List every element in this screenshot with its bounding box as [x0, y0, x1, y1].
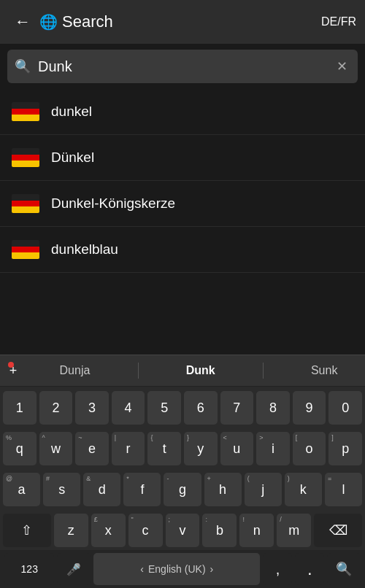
zxcv-row: ⇧ z £x "c ;v :b !n /m ⌫	[0, 509, 365, 550]
search-keyboard-key[interactable]: 🔍	[327, 553, 361, 585]
flag-de	[12, 194, 39, 213]
suggestion-word[interactable]: Dunja	[53, 361, 98, 380]
key-j[interactable]: (j	[245, 473, 282, 506]
list-item[interactable]: dunkel	[0, 89, 365, 135]
language-switch[interactable]: DE/FR	[321, 15, 356, 28]
key-4[interactable]: 4	[112, 391, 145, 425]
key-6[interactable]: 6	[184, 391, 218, 425]
key-k[interactable]: )k	[285, 473, 322, 506]
clear-icon[interactable]: ✕	[334, 55, 350, 77]
result-text: dunkelblau	[51, 241, 118, 258]
mic-icon: 🎤	[66, 562, 81, 576]
comma-key[interactable]: ,	[263, 553, 292, 585]
suggestion-word[interactable]: Sunk	[304, 361, 345, 380]
list-item[interactable]: Dünkel	[0, 135, 365, 181]
key-3[interactable]: 3	[75, 391, 109, 425]
search-kb-icon: 🔍	[336, 561, 352, 577]
key-l[interactable]: =l	[325, 473, 362, 506]
key-i[interactable]: >i	[256, 432, 290, 465]
globe-icon: 🌐	[39, 13, 58, 31]
search-input[interactable]	[38, 58, 334, 75]
key-e[interactable]: ~e	[75, 432, 109, 465]
shift-key[interactable]: ⇧	[3, 514, 51, 547]
suggestions-bar: + Dunja Dunk Sunk	[0, 355, 365, 387]
bottom-bar: 123 🎤 ‹ English (UK) › , . 🔍	[0, 550, 365, 588]
key-2[interactable]: 2	[39, 391, 73, 425]
key-7[interactable]: 7	[220, 391, 254, 425]
key-r[interactable]: |r	[112, 432, 145, 465]
key-m[interactable]: /m	[277, 514, 311, 547]
key-h[interactable]: +h	[204, 473, 242, 506]
header: ← 🌐 Search DE/FR	[0, 0, 365, 44]
key-x[interactable]: £x	[91, 514, 126, 547]
result-text: Dunkel-Königskerze	[51, 196, 175, 212]
key-y[interactable]: }y	[184, 432, 218, 465]
space-key[interactable]: ‹ English (UK) ›	[93, 553, 260, 585]
key-q[interactable]: %q	[3, 432, 36, 465]
results-list: dunkel Dünkel Dunkel-Königskerze dunkelb…	[0, 89, 365, 273]
key-o[interactable]: [o	[293, 432, 326, 465]
period-key[interactable]: .	[295, 553, 324, 585]
search-icon: 🔍	[15, 58, 31, 74]
number-row: 1 2 3 4 5 6 7 8 9 0	[0, 387, 365, 428]
key-9[interactable]: 9	[293, 391, 326, 425]
key-n[interactable]: !n	[239, 514, 274, 547]
list-item[interactable]: dunkelblau	[0, 227, 365, 273]
mic-key[interactable]: 🎤	[57, 553, 91, 585]
space-right-arrow: ›	[210, 563, 214, 575]
divider	[138, 363, 139, 379]
divider	[263, 363, 264, 379]
asdf-row: @a #s &d *f -g +h (j )k =l	[0, 468, 365, 509]
key-s[interactable]: #s	[43, 473, 80, 506]
key-v[interactable]: ;v	[166, 514, 200, 547]
key-b[interactable]: :b	[202, 514, 237, 547]
flag-de	[12, 102, 39, 121]
key-w[interactable]: ^w	[39, 432, 73, 465]
key-p[interactable]: ]p	[328, 432, 362, 465]
key-a[interactable]: @a	[3, 473, 40, 506]
key-u[interactable]: <u	[220, 432, 254, 465]
key-0[interactable]: 0	[328, 391, 362, 425]
key-t[interactable]: {t	[147, 432, 181, 465]
key-g[interactable]: -g	[164, 473, 201, 506]
flag-de	[12, 240, 39, 259]
key-5[interactable]: 5	[147, 391, 181, 425]
back-button[interactable]: ←	[9, 7, 36, 37]
search-bar: 🔍 ✕	[7, 50, 358, 83]
num-switch-key[interactable]: 123	[4, 553, 54, 585]
key-d[interactable]: &d	[83, 473, 120, 506]
page-title: Search	[62, 12, 321, 31]
space-left-arrow: ‹	[140, 563, 144, 575]
key-f[interactable]: *f	[123, 473, 161, 506]
space-label: English (UK)	[148, 563, 206, 575]
key-8[interactable]: 8	[256, 391, 290, 425]
suggestions-words: Dunja Dunk Sunk	[32, 361, 365, 380]
key-z[interactable]: z	[54, 514, 88, 547]
backspace-key[interactable]: ⌫	[314, 514, 362, 547]
add-suggestion-button[interactable]: +	[0, 355, 32, 387]
keyboard-area: + Dunja Dunk Sunk 1 2 3 4 5 6 7 8 9 0 %q…	[0, 355, 365, 588]
key-c[interactable]: "c	[128, 514, 163, 547]
result-text: dunkel	[51, 104, 92, 120]
list-item[interactable]: Dunkel-Königskerze	[0, 181, 365, 227]
qwerty-row: %q ^w ~e |r {t }y <u >i [o ]p	[0, 428, 365, 468]
key-1[interactable]: 1	[3, 391, 36, 425]
flag-de	[12, 148, 39, 167]
suggestion-word-active[interactable]: Dunk	[179, 361, 223, 380]
result-text: Dünkel	[51, 150, 94, 166]
